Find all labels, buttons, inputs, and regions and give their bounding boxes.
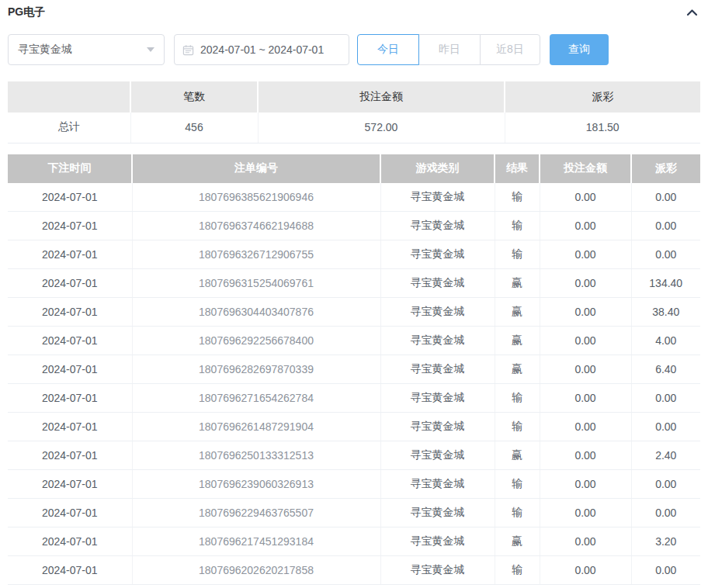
summary-table: 笔数 投注金额 派彩 总计 456 572.00 181.50 <box>8 81 700 144</box>
records-col-result: 结果 <box>495 154 540 183</box>
cell-bet-time: 2024-07-01 <box>8 183 132 212</box>
cell-bet-time: 2024-07-01 <box>8 269 132 298</box>
cell-bet-id: 1807696261487291904 <box>132 413 380 441</box>
records-col-payout: 派彩 <box>631 154 700 183</box>
cell-bet-id: 1807696250133312513 <box>132 441 380 470</box>
cell-bet-time: 2024-07-01 <box>8 240 132 269</box>
cell-bet-time: 2024-07-01 <box>8 212 132 240</box>
chevron-up-icon <box>685 9 699 20</box>
cell-bet-amount: 0.00 <box>540 413 631 441</box>
cell-bet-id: 1807696239060326913 <box>132 470 380 499</box>
record-row: 2024-07-01 1807696374662194688 寻宝黄金城 输 0… <box>8 212 700 240</box>
date-range-value: 2024-07-01 ~ 2024-07-01 <box>200 43 324 56</box>
cell-bet-id: 1807696374662194688 <box>132 212 380 240</box>
records-col-bet-id: 注单编号 <box>132 154 380 183</box>
cell-bet-time: 2024-07-01 <box>8 327 132 355</box>
cell-result: 输 <box>495 240 540 269</box>
cell-bet-id: 1807696282697870339 <box>132 355 380 384</box>
cell-bet-id: 1807696217451293184 <box>132 527 380 556</box>
quick-range-group: 今日 昨日 近8日 <box>357 34 540 65</box>
cell-payout: 3.20 <box>631 527 700 556</box>
cell-game-type: 寻宝黄金城 <box>380 384 495 413</box>
summary-col-blank <box>8 81 130 112</box>
cell-result: 输 <box>495 413 540 441</box>
cell-bet-amount: 0.00 <box>540 240 631 269</box>
cell-payout: 0.00 <box>631 183 700 212</box>
cell-bet-amount: 0.00 <box>540 527 631 556</box>
cell-game-type: 寻宝黄金城 <box>380 298 495 327</box>
summary-col-payout: 派彩 <box>505 81 700 112</box>
cell-payout: 0.00 <box>631 499 700 527</box>
cell-result: 输 <box>495 499 540 527</box>
summary-total-payout: 181.50 <box>505 112 700 143</box>
records-table: 下注时间 注单编号 游戏类别 结果 投注金额 派彩 2024-07-01 180… <box>8 154 700 586</box>
cell-bet-amount: 0.00 <box>540 441 631 470</box>
cell-result: 输 <box>495 556 540 585</box>
cell-result: 输 <box>495 212 540 240</box>
game-select[interactable]: 寻宝黄金城 <box>8 34 165 65</box>
record-row: 2024-07-01 1807696250133312513 寻宝黄金城 赢 0… <box>8 441 700 470</box>
record-row: 2024-07-01 1807696271654262784 寻宝黄金城 输 0… <box>8 384 700 413</box>
cell-result: 赢 <box>495 355 540 384</box>
summary-total-bet-amount: 572.00 <box>258 112 505 143</box>
cell-game-type: 寻宝黄金城 <box>380 441 495 470</box>
summary-col-count: 笔数 <box>130 81 258 112</box>
cell-bet-id: 1807696326712906755 <box>132 240 380 269</box>
cell-bet-time: 2024-07-01 <box>8 298 132 327</box>
cell-game-type: 寻宝黄金城 <box>380 269 495 298</box>
cell-game-type: 寻宝黄金城 <box>380 355 495 384</box>
cell-payout: 4.00 <box>631 327 700 355</box>
collapse-button[interactable] <box>684 5 700 19</box>
record-row: 2024-07-01 1807696282697870339 寻宝黄金城 赢 0… <box>8 355 700 384</box>
cell-bet-time: 2024-07-01 <box>8 556 132 585</box>
cell-game-type: 寻宝黄金城 <box>380 527 495 556</box>
calendar-icon <box>182 44 194 56</box>
records-col-bet-amount: 投注金额 <box>540 154 631 183</box>
cell-bet-amount: 0.00 <box>540 499 631 527</box>
cell-bet-amount: 0.00 <box>540 183 631 212</box>
cell-payout: 38.40 <box>631 298 700 327</box>
cell-payout: 0.00 <box>631 384 700 413</box>
query-button[interactable]: 查询 <box>550 34 609 65</box>
summary-header-row: 笔数 投注金额 派彩 <box>8 81 700 112</box>
record-row: 2024-07-01 1807696304403407876 寻宝黄金城 赢 0… <box>8 298 700 327</box>
cell-bet-amount: 0.00 <box>540 212 631 240</box>
cell-payout: 134.40 <box>631 269 700 298</box>
cell-payout: 0.00 <box>631 413 700 441</box>
cell-bet-amount: 0.00 <box>540 384 631 413</box>
cell-bet-time: 2024-07-01 <box>8 384 132 413</box>
record-row: 2024-07-01 1807696239060326913 寻宝黄金城 输 0… <box>8 470 700 499</box>
cell-bet-amount: 0.00 <box>540 355 631 384</box>
cell-bet-id: 1807696202620217858 <box>132 556 380 585</box>
cell-bet-amount: 0.00 <box>540 298 631 327</box>
cell-result: 输 <box>495 470 540 499</box>
cell-result: 赢 <box>495 527 540 556</box>
date-range-input[interactable]: 2024-07-01 ~ 2024-07-01 <box>174 34 349 65</box>
range-button-today[interactable]: 今日 <box>357 34 419 65</box>
panel-header: PG电子 <box>8 0 700 20</box>
cell-game-type: 寻宝黄金城 <box>380 470 495 499</box>
cell-result: 赢 <box>495 298 540 327</box>
cell-bet-time: 2024-07-01 <box>8 527 132 556</box>
cell-payout: 0.00 <box>631 556 700 585</box>
cell-bet-amount: 0.00 <box>540 470 631 499</box>
cell-bet-id: 1807696315254069761 <box>132 269 380 298</box>
record-row: 2024-07-01 1807696326712906755 寻宝黄金城 输 0… <box>8 240 700 269</box>
cell-game-type: 寻宝黄金城 <box>380 499 495 527</box>
cell-payout: 0.00 <box>631 470 700 499</box>
cell-bet-id: 1807696229463765507 <box>132 499 380 527</box>
filter-bar: 寻宝黄金城 2024-07-01 ~ 2024-07-01 今日 昨日 近8日 … <box>8 34 700 65</box>
cell-bet-amount: 0.00 <box>540 269 631 298</box>
chevron-down-icon <box>147 47 154 52</box>
cell-bet-time: 2024-07-01 <box>8 413 132 441</box>
cell-result: 输 <box>495 384 540 413</box>
cell-payout: 2.40 <box>631 441 700 470</box>
cell-bet-time: 2024-07-01 <box>8 441 132 470</box>
panel-title: PG电子 <box>8 5 45 19</box>
records-body: 2024-07-01 1807696385621906946 寻宝黄金城 输 0… <box>8 183 700 585</box>
range-button-yesterday[interactable]: 昨日 <box>418 34 481 65</box>
summary-total-label: 总计 <box>8 112 130 143</box>
range-button-last8days[interactable]: 近8日 <box>480 34 540 65</box>
cell-result: 赢 <box>495 269 540 298</box>
cell-bet-time: 2024-07-01 <box>8 499 132 527</box>
